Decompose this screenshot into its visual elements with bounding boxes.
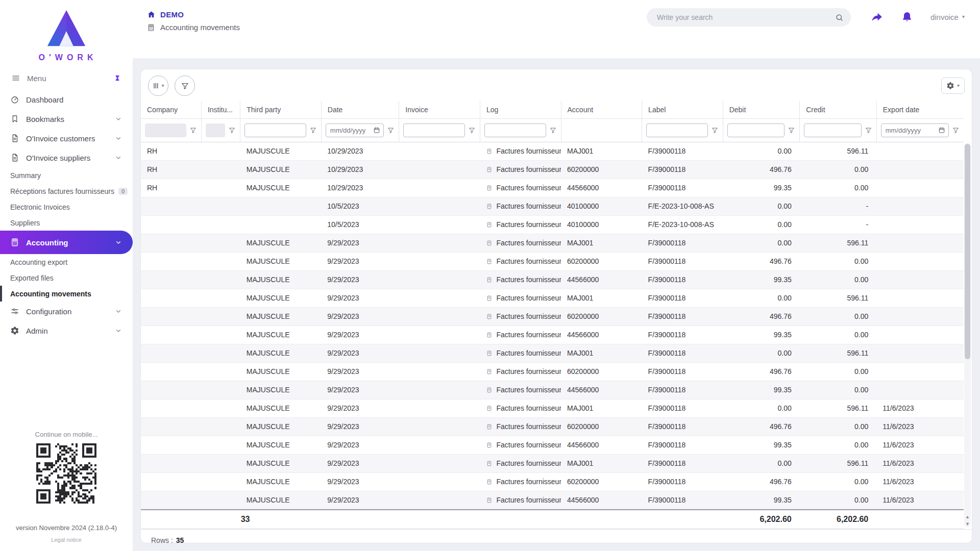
cell-debit: 0.00 [723,234,800,252]
scrollbar-thumb[interactable] [965,144,970,359]
filter-debit-input[interactable] [727,123,785,137]
cell-label: F/39000118 [642,362,723,381]
user-menu[interactable]: dinvoice ▾ [930,13,965,21]
cell-log: Factures fournisseurs [480,472,561,491]
filter-third-party-input[interactable] [244,123,306,137]
cell-date: 9/29/2023 [321,344,399,362]
filter-label-input[interactable] [646,123,708,137]
filter-export-date-input[interactable] [881,123,949,137]
sidebar-subitem-electronic-invoices[interactable]: Electronic Invoices [0,199,133,215]
table-row[interactable]: MAJUSCULE 9/29/2023 Factures fournisseur… [141,436,964,454]
sidebar-subitem-accounting-movements[interactable]: Accounting movements [0,286,133,302]
sidebar-item-admin[interactable]: Admin [0,321,133,340]
col-header-third-party[interactable]: Third party [240,101,322,118]
funnel-icon[interactable] [309,127,317,134]
filter-date-input[interactable] [326,123,384,137]
col-header-company[interactable]: Company [141,101,201,118]
notifications-bell-button[interactable] [901,11,913,23]
cell-credit: 596.11 [800,344,877,362]
table-row[interactable]: RH MAJUSCULE 10/29/2023 Factures fournis… [141,160,964,179]
search-input[interactable] [656,13,835,22]
funnel-icon[interactable] [549,127,557,134]
table-row[interactable]: MAJUSCULE 9/29/2023 Factures fournisseur… [141,307,964,325]
scroll-down-arrow[interactable]: ▼ [964,521,971,527]
cell-invoice [399,234,480,252]
filter-toggle-button[interactable] [175,76,195,96]
cell-debit: 496.76 [723,160,800,179]
funnel-icon[interactable] [952,127,960,134]
sidebar-item-accounting[interactable]: Accounting [0,231,133,254]
col-header-credit[interactable]: Credit [800,101,877,118]
search-icon[interactable] [835,13,844,22]
table-row[interactable]: MAJUSCULE 9/29/2023 Factures fournisseur… [141,234,964,252]
hamburger-icon[interactable] [11,73,20,83]
sidebar-item-oinvoice-customers[interactable]: O'Invoice customers [0,129,133,148]
table-row[interactable]: 10/5/2023 Factures fournisseurs 40100000 [141,197,964,215]
funnel-icon[interactable] [865,127,872,134]
legal-notice-link[interactable]: Legal notice [0,537,133,543]
filter-invoice-input[interactable] [403,123,465,137]
table-row[interactable]: MAJUSCULE 9/29/2023 Factures fournisseur… [141,270,964,289]
table-row[interactable]: MAJUSCULE 9/29/2023 Factures fournisseur… [141,381,964,399]
funnel-icon[interactable] [228,127,236,134]
cell-account: 60200000 [561,160,642,179]
table-row[interactable]: MAJUSCULE 9/29/2023 Factures fournisseur… [141,454,964,472]
funnel-icon[interactable] [468,127,476,134]
col-header-account[interactable]: Account [561,101,642,118]
funnel-icon[interactable] [189,127,197,134]
chevron-down-icon [114,238,122,246]
funnel-icon[interactable] [788,127,795,134]
col-header-label[interactable]: Label [642,101,723,118]
sidebar-item-oinvoice-suppliers[interactable]: O'Invoice suppliers [0,148,133,167]
sidebar-item-bookmarks[interactable]: Bookmarks [0,109,133,129]
cell-debit: 0.00 [723,142,800,160]
table-row[interactable]: MAJUSCULE 9/29/2023 Factures fournisseur… [141,252,964,270]
cell-account: 44566000 [561,381,642,399]
col-header-log[interactable]: Log [480,101,561,118]
sidebar-subitem-exported-files[interactable]: Exported files [0,270,133,286]
table-row[interactable]: RH MAJUSCULE 10/29/2023 Factures fournis… [141,142,964,160]
col-header-invoice[interactable]: Invoice [399,101,480,118]
sidebar-subitem-suppliers[interactable]: Suppliers [0,215,133,231]
table-row[interactable]: 10/5/2023 Factures fournisseurs 40100000 [141,215,964,234]
sidebar-subitem-summary[interactable]: Summary [0,167,133,183]
column-chooser-button[interactable]: ▾ [148,76,168,96]
sidebar-item-dashboard[interactable]: Dashboard [0,90,133,109]
sidebar-subitem-receptions[interactable]: Réceptions factures fournisseurs 0 [0,183,133,199]
table-settings-button[interactable]: ▾ [941,78,965,94]
cell-invoice [399,270,480,289]
pin-sidebar-icon[interactable] [113,74,121,82]
table-row[interactable]: RH MAJUSCULE 10/29/2023 Factures fournis… [141,179,964,197]
table-row[interactable]: MAJUSCULE 9/29/2023 Factures fournisseur… [141,325,964,344]
journal-icon [486,203,493,210]
cell-institution [201,160,240,179]
filter-institution-input[interactable] [206,123,225,137]
dashboard-icon [10,95,19,104]
table-row[interactable]: MAJUSCULE 9/29/2023 Factures fournisseur… [141,491,964,510]
filter-credit-input[interactable] [804,123,862,137]
col-header-debit[interactable]: Debit [723,101,800,118]
col-header-export-date[interactable]: Export date [876,101,964,118]
table-row[interactable]: MAJUSCULE 9/29/2023 Factures fournisseur… [141,362,964,381]
share-button[interactable] [870,10,884,23]
table-row[interactable]: MAJUSCULE 9/29/2023 Factures fournisseur… [141,399,964,417]
table-row[interactable]: MAJUSCULE 9/29/2023 Factures fournisseur… [141,344,964,362]
filter-log-input[interactable] [484,123,546,137]
breadcrumb-home[interactable]: DEMO [147,10,240,19]
table-row[interactable]: MAJUSCULE 9/29/2023 Factures fournisseur… [141,417,964,436]
col-header-date[interactable]: Date [321,101,399,118]
cell-debit: 496.76 [723,362,800,381]
filter-company-input[interactable] [145,123,186,137]
sidebar-subitem-accounting-export[interactable]: Accounting export [0,254,133,270]
funnel-icon[interactable] [387,127,395,134]
sidebar: O'WORK Menu Dashboard Bookmarks O'Invoic… [0,0,133,551]
funnel-icon[interactable] [711,127,719,134]
col-header-institution[interactable]: Institu... [201,101,240,118]
table-row[interactable]: MAJUSCULE 9/29/2023 Factures fournisseur… [141,472,964,491]
cell-credit: 0.00 [800,307,877,325]
table-row[interactable]: MAJUSCULE 9/29/2023 Factures fournisseur… [141,289,964,307]
scroll-up-arrow[interactable]: ▲ [964,514,971,520]
menu-header[interactable]: Menu [0,64,133,90]
cell-label: F/39000118 [642,252,723,270]
sidebar-item-configuration[interactable]: Configuration [0,302,133,321]
